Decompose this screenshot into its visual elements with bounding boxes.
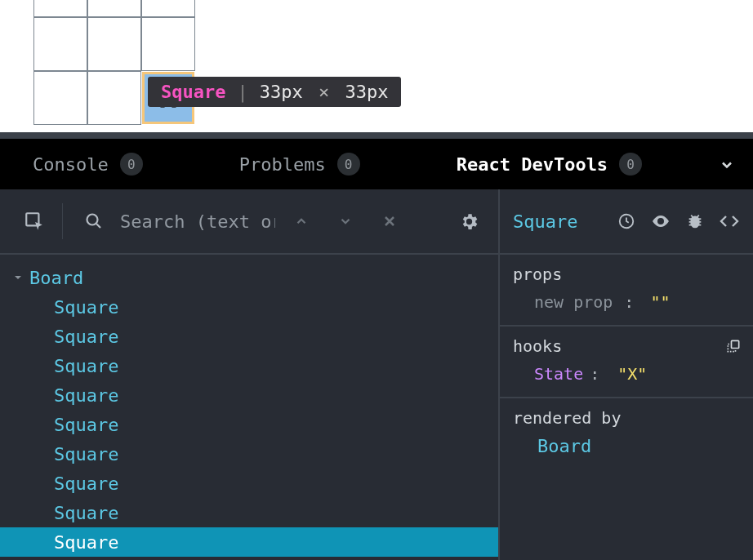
state-key: State bbox=[534, 364, 583, 384]
board-square[interactable] bbox=[87, 0, 141, 17]
board-square[interactable] bbox=[87, 17, 141, 71]
tree-row-square[interactable]: Square bbox=[0, 469, 498, 498]
tree-label: Square bbox=[54, 385, 118, 406]
new-prop-value[interactable]: "" bbox=[650, 292, 670, 312]
components-toolbar bbox=[0, 189, 498, 255]
tree-row-square[interactable]: Square bbox=[0, 439, 498, 469]
tab-react-devtools[interactable]: React DevTools 0 bbox=[457, 153, 642, 176]
rendered-by-link[interactable]: Board bbox=[513, 436, 742, 456]
tab-console[interactable]: Console 0 bbox=[33, 153, 143, 176]
board-square[interactable] bbox=[33, 17, 87, 71]
board-square[interactable] bbox=[87, 71, 141, 125]
colon: : bbox=[590, 364, 599, 384]
tree-row-square[interactable]: Square bbox=[0, 351, 498, 380]
tree-label: Square bbox=[54, 444, 118, 464]
board-square[interactable] bbox=[33, 71, 87, 125]
components-tree[interactable]: BoardSquareSquareSquareSquareSquareSquar… bbox=[0, 255, 498, 560]
tree-row-square[interactable]: Square bbox=[0, 322, 498, 351]
search-next-icon[interactable] bbox=[327, 203, 363, 239]
props-heading: props bbox=[513, 264, 742, 284]
tab-react-badge: 0 bbox=[619, 153, 642, 176]
tab-console-label: Console bbox=[33, 154, 109, 175]
tree-row-square[interactable]: Square bbox=[0, 292, 498, 322]
inspector-pane: Square props new prop : "" bbox=[500, 189, 753, 560]
tree-row-square[interactable]: Square bbox=[0, 410, 498, 439]
tree-label: Square bbox=[54, 327, 118, 347]
tooltip-dimensions: 33px × 33px bbox=[260, 82, 389, 102]
tree-row-square[interactable]: Square bbox=[0, 498, 498, 527]
bug-icon[interactable] bbox=[683, 209, 707, 233]
tab-problems-badge: 0 bbox=[337, 153, 360, 176]
props-new-prop-row[interactable]: new prop : "" bbox=[513, 292, 742, 312]
hooks-heading: hooks bbox=[513, 336, 562, 356]
props-section: props new prop : "" bbox=[500, 255, 753, 327]
tab-react-label: React DevTools bbox=[457, 154, 608, 175]
devtools-tabbar: Console 0 Problems 0 React DevTools 0 bbox=[0, 139, 753, 189]
tab-problems-label: Problems bbox=[239, 154, 326, 175]
tree-label: Square bbox=[54, 503, 118, 523]
tree-label: Square bbox=[54, 415, 118, 435]
suspend-icon[interactable] bbox=[614, 209, 639, 233]
search-prev-icon[interactable] bbox=[283, 203, 319, 239]
colon: : bbox=[624, 292, 634, 312]
tree-label: Board bbox=[29, 268, 83, 288]
svg-rect-4 bbox=[732, 340, 739, 348]
search-icon bbox=[76, 203, 112, 239]
view-source-icon[interactable] bbox=[717, 209, 742, 233]
hooks-section: hooks State: "X" bbox=[500, 327, 753, 398]
tree-label: Square bbox=[54, 297, 118, 318]
tree-row-board[interactable]: Board bbox=[0, 263, 498, 292]
inspector-header: Square bbox=[500, 189, 753, 255]
tooltip-divider: | bbox=[237, 82, 247, 102]
board-square[interactable] bbox=[33, 0, 87, 17]
eye-icon[interactable] bbox=[648, 209, 673, 233]
components-tree-pane: BoardSquareSquareSquareSquareSquareSquar… bbox=[0, 189, 500, 560]
inspect-element-icon[interactable] bbox=[16, 203, 52, 239]
tooltip-component: Square bbox=[161, 82, 225, 102]
tree-row-square[interactable]: Square bbox=[0, 527, 498, 557]
svg-point-1 bbox=[87, 215, 98, 225]
tree-label: Square bbox=[54, 356, 118, 376]
app-preview: X Square | 33px × 33px bbox=[0, 0, 753, 132]
svg-point-3 bbox=[659, 220, 662, 223]
tree-label: Square bbox=[54, 473, 118, 494]
board-square[interactable] bbox=[141, 0, 195, 17]
tab-console-badge: 0 bbox=[120, 153, 143, 176]
chevron-down-icon[interactable] bbox=[719, 157, 735, 173]
tooltip-height: 33px bbox=[345, 82, 388, 102]
tree-collapse-icon[interactable] bbox=[13, 273, 29, 282]
board-square[interactable] bbox=[141, 17, 195, 71]
tooltip-multiply: × bbox=[314, 82, 334, 102]
hooks-expand-icon[interactable] bbox=[725, 338, 742, 354]
new-prop-key: new prop bbox=[534, 292, 613, 312]
rendered-by-section: rendered by Board bbox=[500, 398, 753, 469]
tree-label: Square bbox=[54, 532, 118, 553]
state-value[interactable]: "X" bbox=[617, 364, 647, 384]
inspector-title: Square bbox=[513, 211, 604, 232]
tab-problems[interactable]: Problems 0 bbox=[239, 153, 360, 176]
settings-icon[interactable] bbox=[451, 203, 487, 239]
rendered-by-heading: rendered by bbox=[513, 408, 742, 428]
tooltip-width: 33px bbox=[260, 82, 303, 102]
tree-row-square[interactable]: Square bbox=[0, 380, 498, 410]
toolbar-separator bbox=[62, 203, 63, 239]
search-clear-icon[interactable] bbox=[372, 203, 408, 239]
hooks-state-row[interactable]: State: "X" bbox=[513, 364, 742, 384]
panel-separator[interactable] bbox=[0, 132, 753, 139]
react-devtools-panel: BoardSquareSquareSquareSquareSquareSquar… bbox=[0, 189, 753, 560]
inspector-tooltip: Square | 33px × 33px bbox=[148, 77, 401, 107]
search-input[interactable] bbox=[120, 211, 275, 232]
